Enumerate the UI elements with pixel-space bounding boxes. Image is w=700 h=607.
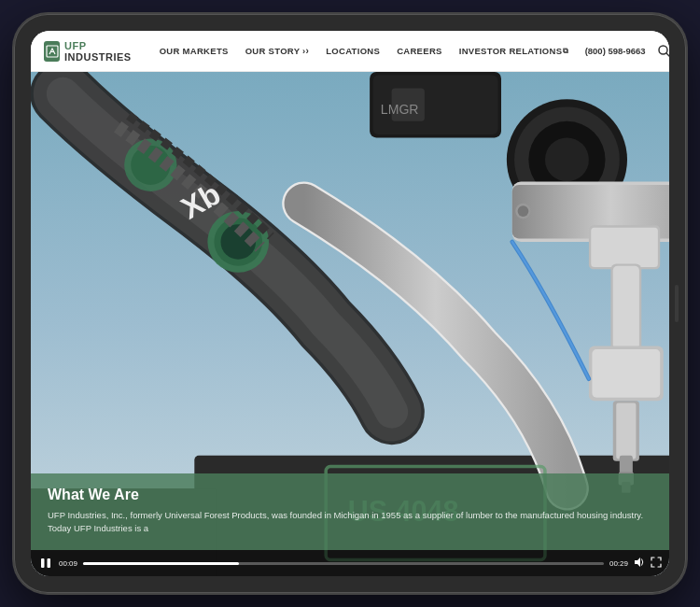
video-controls: 00:09 00:29 — [31, 550, 669, 576]
volume-button[interactable] — [634, 557, 645, 570]
pause-button[interactable] — [38, 556, 53, 571]
navbar: UFP INDUSTRIES OUR MARKETS OUR STORY › L… — [31, 31, 669, 72]
svg-rect-27 — [592, 349, 660, 398]
nav-our-story[interactable]: OUR STORY › — [237, 31, 318, 72]
nav-links: OUR MARKETS OUR STORY › LOCATIONS CAREER… — [151, 31, 578, 72]
svg-point-21 — [518, 205, 529, 217]
svg-rect-19 — [591, 228, 658, 267]
search-button[interactable] — [657, 38, 669, 64]
phone-number[interactable]: (800) 598-9663 — [578, 46, 653, 56]
caption-title: What We Are — [48, 487, 652, 503]
svg-point-15 — [545, 137, 589, 181]
video-container: Xb — [31, 72, 669, 576]
svg-rect-40 — [48, 558, 51, 568]
total-time: 00:29 — [609, 559, 628, 568]
progress-fill — [83, 562, 239, 565]
nav-our-markets[interactable]: OUR MARKETS — [151, 31, 237, 72]
tablet-screen: UFP INDUSTRIES OUR MARKETS OUR STORY › L… — [31, 31, 669, 576]
svg-rect-39 — [41, 558, 45, 568]
tablet-frame: UFP INDUSTRIES OUR MARKETS OUR STORY › L… — [14, 14, 686, 593]
fullscreen-button[interactable] — [651, 557, 662, 570]
nav-careers[interactable]: CAREERS — [388, 31, 451, 72]
external-link-icon: ⧉ — [563, 47, 568, 56]
caption-overlay: What We Are UFP Industries, Inc., former… — [31, 473, 669, 551]
svg-rect-25 — [613, 266, 639, 349]
nav-investor-relations[interactable]: INVESTOR RELATIONS ⧉ — [451, 31, 578, 72]
svg-text:LMGR: LMGR — [381, 102, 419, 117]
progress-bar[interactable] — [83, 562, 604, 565]
site-logo[interactable]: UFP INDUSTRIES — [44, 40, 136, 63]
current-time: 00:09 — [59, 559, 77, 568]
nav-locations[interactable]: LOCATIONS — [317, 31, 388, 72]
caption-text: UFP Industries, Inc., formerly Universal… — [48, 509, 652, 536]
logo-icon — [44, 41, 60, 62]
logo-text: UFP INDUSTRIES — [64, 40, 136, 63]
svg-line-2 — [666, 53, 669, 57]
svg-rect-29 — [616, 403, 636, 459]
